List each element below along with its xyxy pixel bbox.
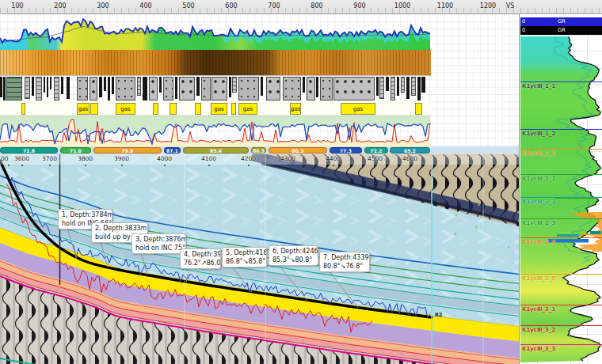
gas-flag: gas xyxy=(77,103,90,115)
gr-panel-body[interactable]: K1ycⅢ_1_1K1ycⅢ_1_2K1ycⅢ_1_3K1ycⅢ_2_1K1yc… xyxy=(520,35,602,364)
formation-label: K1ycⅢ_2_1 xyxy=(522,176,555,182)
annotation-depth: 1, Depth:3784m xyxy=(62,210,109,219)
lithology-block xyxy=(0,77,2,97)
lithology-block xyxy=(116,77,135,100)
ruler-label: 800 xyxy=(311,2,322,9)
gas-flag: gas xyxy=(290,103,301,115)
lithology-block xyxy=(303,77,305,93)
lithology-block xyxy=(211,77,227,100)
annotation-box[interactable]: 7, Depth:4339m80.8°↘76.8° xyxy=(319,252,370,272)
lithology-block xyxy=(137,77,141,96)
annotation-box[interactable]: 4, Depth:3933m76.2°↗86.0° xyxy=(180,248,221,269)
lithology-track xyxy=(0,76,431,101)
annotation-depth: 4, Depth:3933m xyxy=(184,250,217,259)
gas-flag xyxy=(231,103,236,115)
geosteering-app: { "ruler": { "labels": [ {"t":"100","x":… xyxy=(0,0,602,364)
formation-line xyxy=(520,129,602,130)
formation-line xyxy=(520,237,602,238)
lithology-block xyxy=(175,77,177,99)
gas-flag: gas xyxy=(211,103,227,115)
gr-curve-name: GR xyxy=(520,26,602,35)
lithology-block xyxy=(379,77,384,99)
lithology-block xyxy=(163,77,173,100)
ruler-label: VS xyxy=(506,2,515,9)
gas-flag xyxy=(153,103,158,115)
formation-line xyxy=(520,325,602,326)
formation-label: K1ycⅢ_2_3 xyxy=(522,220,555,226)
resistivity-curve-track xyxy=(0,116,431,146)
formation-line xyxy=(520,344,602,345)
inclination-segment: 72.8 xyxy=(0,147,58,154)
gr-header-black: 0 GR xyxy=(520,26,602,35)
inclination-segment: 77.3 xyxy=(330,147,362,154)
gas-flag: gas xyxy=(341,103,375,115)
lithology-block xyxy=(232,77,237,93)
ruler-label: 1100 xyxy=(437,2,453,9)
lithology-block xyxy=(196,77,200,96)
formation-label: K1ycⅢ_1_2 xyxy=(522,131,555,137)
annotation-note: 85.3°↘80.8° xyxy=(272,256,314,264)
lithology-block xyxy=(32,77,34,96)
lithology-block xyxy=(50,77,51,89)
annotation-depth: 3, Depth:3876m xyxy=(135,235,182,244)
annotation-note: 86.8°↘85.8° xyxy=(226,257,263,266)
formation-line xyxy=(520,218,602,219)
gr-header-blue: 0 GR xyxy=(520,17,602,26)
ruler-label: 500 xyxy=(182,2,194,9)
lithology-block xyxy=(112,77,114,94)
ruler-label: 300 xyxy=(97,2,109,9)
ruler-label: 400 xyxy=(139,2,151,9)
annotation-box[interactable]: 6, Depth:4246m85.3°↘80.8° xyxy=(269,245,318,266)
lithology-block xyxy=(143,77,147,100)
gas-flag xyxy=(195,103,201,115)
gas-indicator-track: gasgasgasgasgasgas xyxy=(0,101,431,116)
ruler-label: 1200 xyxy=(480,2,496,9)
lithology-block xyxy=(320,77,333,100)
gas-flag: gas xyxy=(116,103,135,115)
lithology-block xyxy=(54,77,59,100)
ruler-label: 200 xyxy=(54,2,66,9)
formation-label: K1ycⅢ_1_3 xyxy=(522,150,555,157)
well-end-label: B2 xyxy=(435,312,442,318)
formation-label: K1ycⅢ_2_5 xyxy=(522,275,555,282)
lithology-block xyxy=(67,77,70,99)
lithology-block xyxy=(77,77,88,100)
vs-ruler[interactable]: 100200300400500600700800900100011001200V… xyxy=(0,0,602,14)
lithology-block xyxy=(201,77,211,100)
lithology-block xyxy=(90,77,97,100)
formation-line xyxy=(520,82,602,82)
annotation-box[interactable]: 5, Depth:4163m86.8°↘85.8° xyxy=(222,247,267,267)
formation-label: K1ycⅢ_3_3 xyxy=(522,346,555,352)
formation-line xyxy=(520,197,602,198)
inclination-segment: 85.4 xyxy=(183,147,249,154)
annotation-depth: 5, Depth:4163m xyxy=(226,248,263,257)
formation-line xyxy=(520,174,602,175)
annotation-box[interactable]: 3, Depth:3876mhold on INC 75° xyxy=(131,233,186,254)
formation-line xyxy=(520,305,602,305)
lithology-block xyxy=(3,77,6,100)
gr-panel[interactable]: 0 GR 0 GR K1ycⅢ_1_1K1ycⅢ_1_2K1ycⅢ_1 xyxy=(519,14,602,364)
lithology-block xyxy=(411,77,416,96)
lithology-block xyxy=(421,77,425,93)
lithology-block xyxy=(47,77,48,97)
lithology-block xyxy=(99,77,102,97)
annotation-note: 80.8°↘76.8° xyxy=(323,262,366,271)
inclination-segment: 86.3 xyxy=(251,147,266,154)
inclination-segment: 71.0 xyxy=(60,147,91,154)
formation-label: K1ycⅢ_2_2 xyxy=(522,199,555,205)
inclination-bar: 72.871.079.987.185.486.380.377.372.265.2 xyxy=(0,146,519,154)
annotation-depth: 2, Depth:3833m xyxy=(95,224,144,233)
ruler-label: 100 xyxy=(11,2,23,9)
annotation-depth: 6, Depth:4246m xyxy=(272,247,314,256)
formation-label: K1ycⅢ_2_4 xyxy=(522,239,555,245)
lithology-block xyxy=(417,77,421,100)
gas-flag xyxy=(90,103,98,115)
formation-line xyxy=(520,274,602,275)
lithology-block xyxy=(391,77,395,100)
formation-label: K1ycⅢ_3_2 xyxy=(522,327,555,333)
lithology-block xyxy=(316,77,318,97)
lithology-block xyxy=(44,77,45,93)
lithology-block xyxy=(149,77,158,100)
lithology-block xyxy=(406,77,410,99)
lithology-block xyxy=(159,77,162,93)
